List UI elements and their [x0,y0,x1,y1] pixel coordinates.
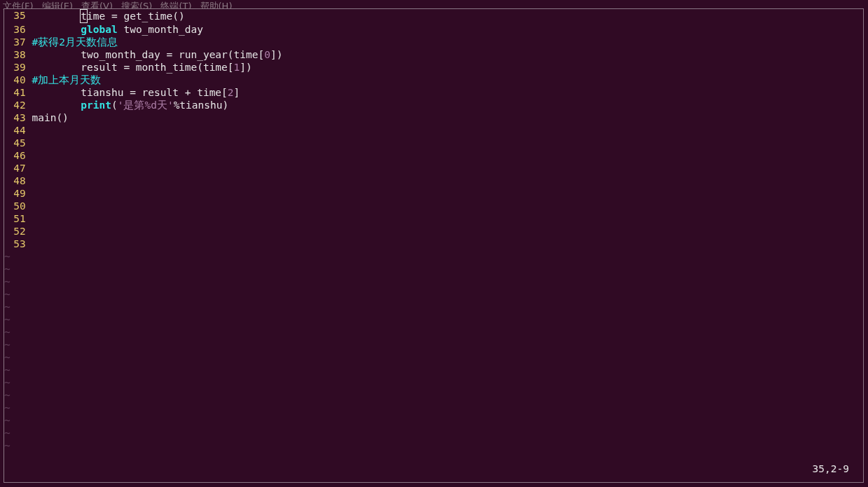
tilde-line: ~ [4,339,11,350]
code-line-39[interactable]: result = month_time(time[1]) [32,62,252,73]
line-number: 47 [11,162,26,174]
tilde-line: ~ [4,251,11,262]
line-number: 42 [11,99,26,111]
line-number: 36 [11,23,26,36]
code-line-41[interactable]: tianshu = result + time[2] [32,87,240,98]
tilde-line: ~ [4,276,11,287]
line-number: 49 [11,187,26,200]
tilde-line: ~ [4,352,11,363]
tilde-line: ~ [4,314,11,325]
tilde-line: ~ [4,402,11,413]
line-number: 52 [11,225,26,238]
status-position: 35,2-9 [813,462,849,475]
line-number: 46 [11,149,26,162]
tilde-line: ~ [4,263,11,275]
code-line-38[interactable]: two_month_day = run_year(time[0]) [32,49,282,60]
line-number: 53 [11,238,26,250]
line-number: 50 [11,200,26,212]
terminal-window: 文件(F) 编辑(E) 查看(V) 搜索(S) 终端(T) 帮助(H) 35 t… [0,0,868,487]
code-line-37[interactable]: #获得2月天数信息 [32,36,117,48]
code-line-35[interactable]: time = get_time() [32,11,184,22]
line-number: 41 [11,86,26,99]
tilde-line: ~ [4,390,11,401]
code-line-43[interactable]: main() [32,112,68,123]
tilde-line: ~ [4,289,11,300]
tilde-line: ~ [4,427,11,439]
line-number: 35 [11,9,26,22]
code-line-36[interactable]: global two_month_day [32,24,202,35]
line-number: 45 [11,137,26,149]
tilde-line: ~ [4,415,11,426]
tilde-line: ~ [4,364,11,376]
tilde-line: ~ [4,301,11,313]
tilde-line: ~ [4,377,11,388]
line-number: 43 [11,111,26,124]
line-number: 37 [11,36,26,48]
code-line-42[interactable]: print('是第%d天'%tianshu) [32,100,228,111]
tilde-line: ~ [4,327,11,338]
vim-editor[interactable]: 35 time = get_time() 36 global two_month… [4,8,864,483]
code-line-40[interactable]: #加上本月天数 [32,74,101,85]
tilde-line: ~ [4,440,11,451]
code-area[interactable]: 35 time = get_time() 36 global two_month… [4,9,863,452]
line-number: 44 [11,124,26,137]
line-number: 39 [11,61,26,74]
line-number: 51 [11,212,26,225]
line-number: 40 [11,74,26,86]
line-number: 38 [11,48,26,61]
line-number: 48 [11,174,26,187]
